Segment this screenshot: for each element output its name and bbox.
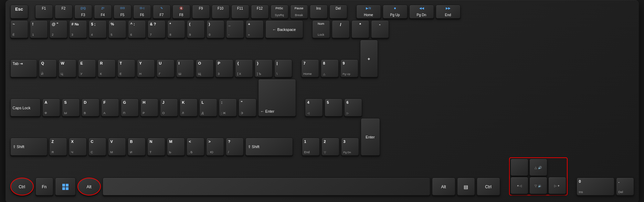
key-w[interactable]: W Ц [59,59,76,77]
key-f12[interactable]: F12 [251,5,269,19]
key-h[interactable]: H Р [140,99,158,116]
key-num-minus[interactable]: - [371,20,389,38]
key-d[interactable]: D В [82,99,99,116]
key-f10[interactable]: F10 [212,5,230,19]
key-alt-right[interactable]: Alt [432,178,455,195]
key-brightness-up[interactable] [510,159,528,176]
key-f8[interactable]: 🔇 F8 [172,5,190,19]
key-fn[interactable]: Fn [35,178,53,195]
key-pgdn[interactable]: ◀◀ Pg Dn [409,5,434,19]
key-f[interactable]: F А [101,99,119,116]
key-f6[interactable]: ⊡◁ F6 [133,5,151,19]
key-4[interactable]: $ ; 4 [89,20,107,38]
key-equals[interactable]: + = [246,20,264,38]
key-num-enter[interactable]: Enter [361,118,380,156]
key-f4[interactable]: Z² F4 [94,5,112,19]
key-m[interactable]: M Ь [167,138,185,156]
key-numlock[interactable]: Num Lock [312,20,330,38]
key-win[interactable] [55,178,76,195]
key-num8[interactable]: 8 △ [321,59,339,77]
key-end[interactable]: ▶▶ End [436,5,461,19]
key-space[interactable] [103,178,430,195]
key-right[interactable]: ▷ ✦ [548,177,566,194]
key-q[interactable]: Q Й [39,59,57,77]
key-num2[interactable]: 2 ▽ [321,138,339,156]
key-menu[interactable]: ▤ [457,178,475,195]
key-f11[interactable]: F11 [231,5,249,19]
key-o[interactable]: O Щ [196,59,214,77]
key-tilde[interactable]: ~ Ё [10,20,28,38]
key-j[interactable]: J О [160,99,178,116]
key-t[interactable]: T Е [117,59,135,77]
key-e[interactable]: E У [78,59,96,77]
key-num4[interactable]: 4 ◁ [305,99,323,116]
key-b[interactable]: B И [128,138,146,156]
key-v[interactable]: V М [108,138,126,156]
key-alt-left[interactable]: Alt [77,178,101,195]
key-down[interactable]: ▽ 🔉 [529,177,547,194]
key-n[interactable]: N Т [147,138,165,156]
key-7[interactable]: & ? 7 [148,20,166,38]
key-left[interactable]: ✦◁ [510,177,528,194]
key-1[interactable]: ! 1 [30,20,48,38]
key-num-plus[interactable]: + [360,40,378,77]
key-3[interactable]: # № 3 [69,20,87,38]
key-x[interactable]: X Ч [69,138,87,156]
key-8[interactable]: * 8 [167,20,185,38]
key-num0[interactable]: 0 Ins [577,178,614,195]
key-s[interactable]: S Ы [62,99,80,116]
key-r[interactable]: R К [98,59,116,77]
key-enter[interactable]: ← Enter [258,79,296,116]
key-6[interactable]: ^ : 6 [128,20,146,38]
key-a[interactable]: A Ф [42,99,60,116]
key-p[interactable]: P З [215,59,233,77]
key-num-dot[interactable]: . Del [616,178,634,195]
key-f7[interactable]: ✎ F7 [153,5,171,19]
key-backslash[interactable]: | \ [274,59,292,77]
key-c[interactable]: C С [88,138,106,156]
key-z[interactable]: Z Я [49,138,67,156]
key-shift-left[interactable]: ⇧ Shift [10,138,47,156]
key-ctrl-left[interactable]: Ctrl [10,178,34,195]
key-shift-right[interactable]: ⇧ Shift [245,138,293,156]
key-esc[interactable]: Esc [10,5,28,19]
key-semicolon[interactable]: : ; Ж [219,99,237,116]
key-9[interactable]: ( 9 [187,20,205,38]
key-f9[interactable]: F9 [192,5,210,19]
key-f1[interactable]: F1 [35,5,53,19]
key-g[interactable]: G П [121,99,139,116]
key-up[interactable]: △ 🔊 [529,159,547,176]
key-k[interactable]: K Л [180,99,198,116]
key-minus[interactable]: _ - [226,20,244,38]
key-u[interactable]: U Г [157,59,175,77]
key-period[interactable]: > . Ю [206,138,224,156]
key-2[interactable]: @ " 2 [50,20,67,38]
key-f2[interactable]: F2 [55,5,73,19]
key-num7[interactable]: 7 Home [301,59,319,77]
key-home[interactable]: ▶/II Home [356,5,381,19]
key-num1[interactable]: 1 End [302,138,320,156]
key-backspace[interactable]: ← Backspace [265,20,303,38]
key-5[interactable]: % 5 [108,20,126,38]
key-f3[interactable]: ((•)) F3 [74,5,92,19]
key-ctrl-right[interactable]: Ctrl [477,178,500,195]
key-pause[interactable]: Pause Break [290,5,308,19]
key-l[interactable]: L Д [199,99,217,116]
key-quote[interactable]: " Э [239,99,256,116]
key-num-star[interactable]: * [351,20,369,38]
key-prtsc[interactable]: PrtSc SysRq [271,5,288,19]
key-num9[interactable]: 9 Pg Up [340,59,358,77]
key-rbracket[interactable]: } ] Ъ [255,59,273,77]
key-del[interactable]: Del [329,5,347,19]
key-num5[interactable]: 5 [325,99,342,116]
key-num3[interactable]: 3 Pg Dn [341,138,359,156]
key-pgup[interactable]: ■ Pg Up [383,5,408,19]
key-slash[interactable]: ? / [226,138,244,156]
key-ins[interactable]: Ins [310,5,328,19]
key-num6[interactable]: 6 ▷ [344,99,362,116]
key-0[interactable]: ) 0 [207,20,224,38]
key-capslock[interactable]: Caps Lock [10,99,41,116]
key-f5[interactable]: ⊡⊡ F5 [114,5,131,19]
key-tab[interactable]: Tab ⇥ [10,59,37,77]
key-comma[interactable]: < , Б [187,138,204,156]
